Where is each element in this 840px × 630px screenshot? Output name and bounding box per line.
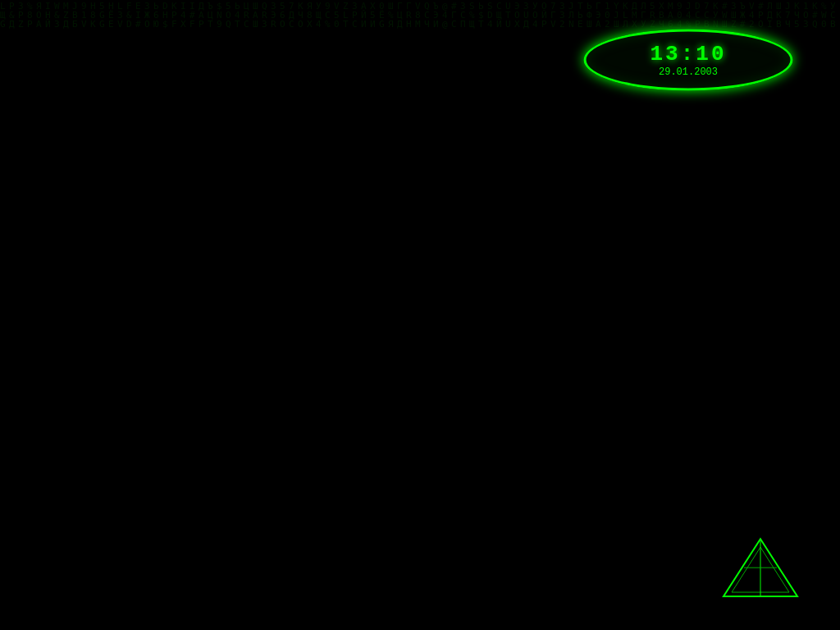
logo-triangle <box>719 535 801 600</box>
clock-date: 29.01.2003 <box>650 66 726 78</box>
matrix-background <box>0 0 840 630</box>
clock-inner: 13:10 29.01.2003 <box>650 42 726 78</box>
clock-container: 13:10 29.01.2003 <box>582 27 795 93</box>
clock-time: 13:10 <box>650 42 726 66</box>
